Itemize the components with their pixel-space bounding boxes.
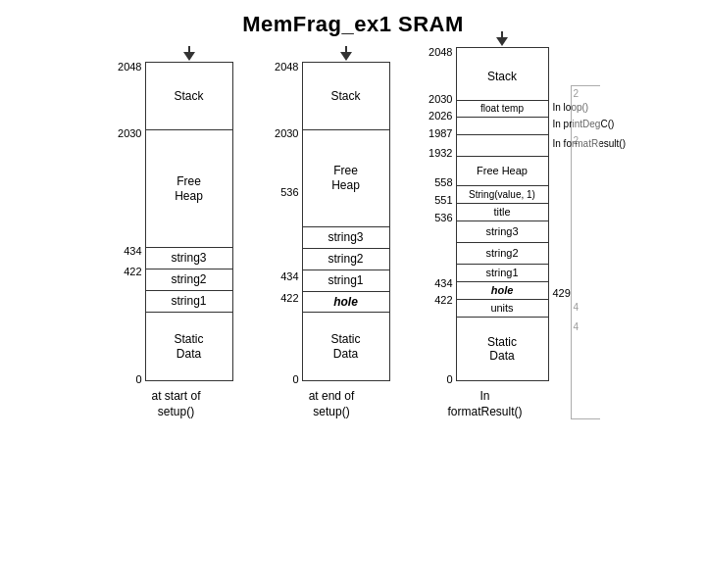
addr-2030-d1: 2030 [118, 128, 141, 139]
mem-container-1: 2048 2030 434 422 0 Stati [107, 62, 246, 381]
addr-2048-d1: 2048 [118, 62, 141, 73]
addr-1932-d3: 1932 [429, 148, 452, 159]
labels-right-1 [236, 62, 246, 381]
page-title: MemFrag_ex1 SRAM [242, 12, 464, 37]
addr-2048-d3: 2048 [429, 47, 452, 58]
section-string2-d1: string2 [146, 269, 232, 290]
section-stack-d2: Stack [303, 63, 389, 129]
addr-422-d3: 422 [434, 295, 452, 306]
diagram-4-partial: 2 2 4 4 [571, 85, 600, 419]
diagram-1: 2048 2030 434 422 0 Stati [107, 62, 246, 419]
section-string3-d1: string3 [146, 247, 232, 269]
section-stack-d3: Stack [457, 53, 548, 100]
addr-2030-d2: 2030 [275, 128, 298, 139]
diagram-2: 2048 2030 536 434 422 0 StaticData hole [264, 62, 400, 419]
section-static-data-d3: StaticData [457, 317, 548, 380]
diagram-label-1: at start ofsetup() [151, 389, 200, 419]
mem-container-3: 2048 2030 2026 1987 1932 558 551 536 434… [418, 47, 553, 381]
section-static-data-d1: StaticData [146, 312, 232, 380]
section-string1-d3: string1 [457, 264, 548, 281]
addr-434-d3: 434 [434, 278, 452, 289]
section-gap1-d3 [457, 117, 548, 134]
section-float-temp-d3: float temp [457, 100, 548, 117]
section-string3-d3: string3 [457, 220, 548, 242]
diagram-label-3: InformatResult() [447, 389, 522, 419]
diagrams-row: 2048 2030 434 422 0 Stati [0, 47, 706, 419]
addr-536-d2: 536 [280, 187, 298, 198]
page: MemFrag_ex1 SRAM 2048 2030 434 422 0 [0, 0, 706, 588]
labels-right-2 [390, 62, 400, 381]
addr-551-d3: 551 [434, 195, 452, 206]
addr-434-d1: 434 [124, 246, 141, 257]
addr-1987-d3: 1987 [429, 128, 452, 139]
section-hole-d3: hole [457, 281, 548, 299]
section-string2-d3: string2 [457, 242, 548, 264]
mem-block-3: StaticData units hole string1 string2 st… [456, 47, 549, 381]
annot-429: 429 [553, 287, 571, 299]
mem-block-2: StaticData hole string1 string2 string3 … [302, 62, 390, 381]
labels-left-2: 2048 2030 536 434 422 0 [264, 62, 299, 381]
section-string1-d1: string1 [146, 290, 232, 312]
section-free-heap-d2: FreeHeap [303, 129, 389, 226]
addr-0-d1: 0 [135, 374, 141, 385]
addr-0-d3: 0 [446, 374, 452, 385]
section-free-heap-d1: FreeHeap [146, 129, 232, 247]
section-string1-d2: string1 [303, 270, 389, 291]
diagram-label-2: at end ofsetup() [309, 389, 355, 419]
addr-434-d2: 434 [280, 271, 298, 282]
section-string-value-d3: String(value, 1) [457, 185, 548, 203]
labels-left-3: 2048 2030 2026 1987 1932 558 551 536 434… [418, 47, 453, 381]
diagram-3: 2048 2030 2026 1987 1932 558 551 536 434… [418, 47, 553, 419]
addr-0-d2: 0 [292, 374, 298, 385]
addr-2048-d2: 2048 [275, 62, 298, 73]
addr-422-d1: 422 [124, 267, 141, 277]
addr-536-d3: 536 [434, 213, 452, 223]
section-title-d3: title [457, 203, 548, 220]
section-free-heap-d3: Free Heap [457, 156, 548, 185]
addr-2030-d3: 2030 [429, 94, 452, 105]
mem-block-1: StaticData string1 string2 string3 FreeH… [145, 62, 233, 381]
addr-2026-d3: 2026 [429, 111, 452, 122]
mem-container-2: 2048 2030 536 434 422 0 StaticData hole [264, 62, 400, 381]
addr-422-d2: 422 [280, 293, 298, 304]
section-stack-d1: Stack [146, 63, 232, 129]
section-string3-d2: string3 [303, 226, 389, 248]
section-string2-d2: string2 [303, 248, 389, 270]
section-static-data-d2: StaticData [303, 312, 389, 380]
section-gap2-d3 [457, 134, 548, 156]
section-hole-d2: hole [303, 291, 389, 313]
addr-558-d3: 558 [434, 177, 452, 188]
labels-left-1: 2048 2030 434 422 0 [107, 62, 142, 381]
section-units-d3: units [457, 299, 548, 317]
